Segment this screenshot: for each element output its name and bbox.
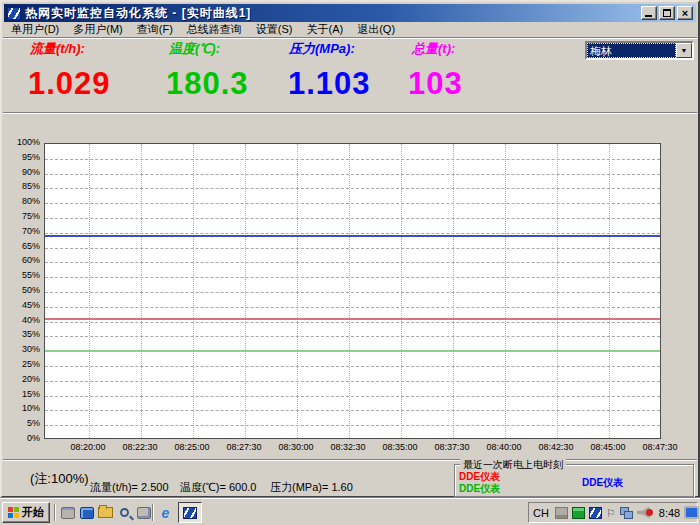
total-label: 总量(t): [412,40,455,58]
app-tray-icon[interactable] [589,507,602,519]
flow-fullscale-label: 流量(t/h)= 2.500 [90,480,169,495]
y-tick-label: 15% [8,389,40,399]
divider [152,504,154,521]
language-indicator[interactable]: CH [533,507,551,519]
divider [54,504,56,521]
station-combobox-value[interactable]: 梅林 [587,43,676,58]
x-tick-label: 08:22:30 [114,442,166,452]
flag-icon[interactable]: ⚐ [606,507,616,519]
x-tick-label: 08:27:30 [218,442,270,452]
show-desktop-icon[interactable] [135,504,152,521]
temperature-value: 180.3 [166,66,249,102]
menubar: 单用户(D) 多用户(M) 查询(F) 总线路查询 设置(S) 关于(A) 退出… [4,22,696,36]
x-tick-label: 08:32:30 [322,442,374,452]
network-icon[interactable] [620,507,633,519]
green-card-icon[interactable] [572,507,585,519]
y-tick-label: 0% [8,433,40,443]
temperature-fullscale-label: 温度(℃)= 600.0 [180,480,256,495]
search-icon[interactable] [116,504,133,521]
horizontal-gridline [45,277,660,278]
pressure-fullscale-label: 压力(MPa)= 1.60 [270,480,353,495]
app-window: 热网实时监控自动化系统 - [实时曲线1] × 单用户(D) 多用户(M) 查询… [0,0,700,498]
series-line-2 [45,350,660,352]
vertical-gridline [141,144,142,438]
divider [3,112,697,114]
vertical-gridline [453,144,454,438]
horizontal-gridline [45,218,660,219]
combobox-dropdown-button[interactable]: ▼ [676,43,692,58]
app-icon [183,507,197,519]
y-tick-label: 10% [8,403,40,413]
monitor-icon[interactable] [684,506,699,519]
menu-about[interactable]: 关于(A) [300,22,351,37]
horizontal-gridline [45,159,660,160]
vertical-gridline [89,144,90,438]
vertical-gridline [609,144,610,438]
vertical-gridline [401,144,402,438]
menu-multi-user[interactable]: 多用户(M) [66,22,130,37]
divider [3,459,697,461]
blue-app-icon[interactable] [78,504,95,521]
start-button[interactable]: 开始 [2,502,50,523]
y-tick-label: 35% [8,329,40,339]
horizontal-gridline [45,410,660,411]
total-value: 103 [408,66,463,102]
x-tick-label: 08:35:00 [374,442,426,452]
window-controls: × [641,6,693,20]
pressure-label: 压力(MPa): [289,40,355,58]
y-tick-label: 30% [8,344,40,354]
chart-plot-area [44,143,661,439]
horizontal-gridline [45,188,660,189]
menu-bus-route-query[interactable]: 总线路查询 [180,22,249,37]
y-tick-label: 100% [8,137,40,147]
app-taskbar-button[interactable] [178,502,202,523]
horizontal-gridline [45,262,660,263]
flow-value: 1.029 [28,66,111,102]
menu-query[interactable]: 查询(F) [130,22,180,37]
y-tick-label: 20% [8,374,40,384]
taskbar-clock[interactable]: 8:48 [659,507,680,519]
x-tick-label: 08:45:00 [582,442,634,452]
x-tick-label: 08:30:00 [270,442,322,452]
y-tick-label: 75% [8,211,40,221]
x-tick-label: 08:20:00 [62,442,114,452]
y-tick-label: 5% [8,418,40,428]
flow-label: 流量(t/h): [30,40,85,58]
horizontal-gridline [45,322,660,323]
pressure-value: 1.103 [288,66,371,102]
y-tick-label: 55% [8,270,40,280]
vertical-gridline [297,144,298,438]
horizontal-gridline [45,174,660,175]
horizontal-gridline [45,233,660,234]
y-tick-label: 90% [8,167,40,177]
menu-settings[interactable]: 设置(S) [249,22,300,37]
minimize-button[interactable] [641,6,657,20]
taskbar: 开始 e CH ⚐ 8:48 [0,498,700,525]
y-tick-label: 45% [8,300,40,310]
dde-meter-2: DDE仪表 [459,482,500,496]
chevron-down-icon: ▼ [681,47,688,54]
menu-single-user[interactable]: 单用户(D) [4,22,66,37]
folder-icon[interactable] [97,504,114,521]
horizontal-gridline [45,366,660,367]
my-computer-icon[interactable] [59,504,76,521]
restore-button[interactable] [659,6,675,20]
x-tick-label: 08:47:30 [634,442,686,452]
horizontal-gridline [45,396,660,397]
close-button[interactable]: × [677,6,693,20]
station-combobox[interactable]: 梅林 ▼ [585,41,694,60]
printer-icon[interactable] [555,507,568,519]
menu-exit[interactable]: 退出(Q) [350,22,402,37]
vertical-gridline [245,144,246,438]
y-tick-label: 60% [8,255,40,265]
dde-meter-3: DDE仪表 [582,476,623,490]
horizontal-gridline [45,307,660,308]
titlebar[interactable]: 热网实时监控自动化系统 - [实时曲线1] × [4,4,696,22]
series-line-1 [45,318,660,320]
vertical-gridline [349,144,350,438]
system-tray: CH ⚐ 8:48 [528,502,698,523]
horizontal-gridline [45,425,660,426]
x-tick-label: 08:37:30 [426,442,478,452]
internet-explorer-icon[interactable]: e [157,504,174,521]
y-tick-label: 65% [8,241,40,251]
